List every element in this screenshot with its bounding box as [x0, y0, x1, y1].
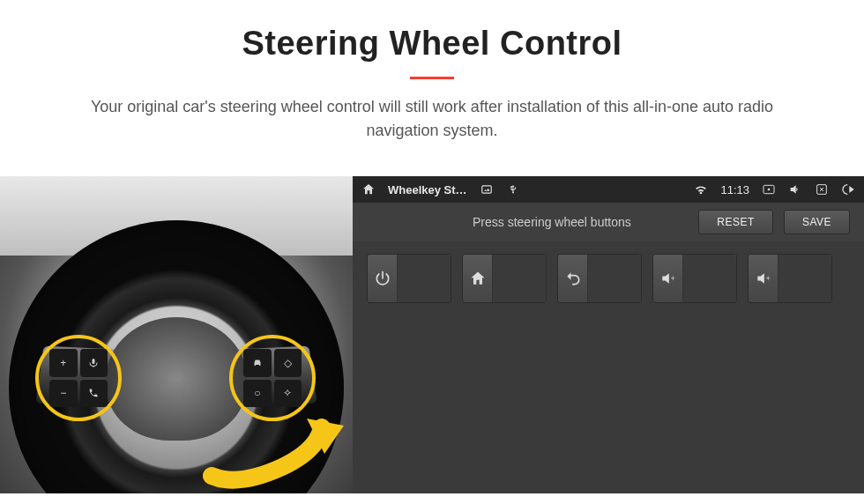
clock: 11:13	[720, 183, 749, 196]
voice-icon	[80, 349, 108, 377]
arrow-icon	[203, 419, 344, 489]
app-title: Wheelkey St…	[388, 183, 467, 196]
tile-back[interactable]	[557, 254, 642, 303]
save-button[interactable]: SAVE	[784, 210, 850, 234]
volume-up-icon: +	[749, 255, 778, 302]
volume-up-icon: +	[653, 255, 683, 302]
phone-icon	[80, 380, 108, 408]
cast-icon[interactable]	[762, 182, 776, 196]
steering-wheel-image: + − ◇ ○ ✧	[0, 176, 353, 493]
left-button-cluster-highlight: + −	[35, 335, 122, 421]
tile-home[interactable]	[462, 254, 547, 303]
title-divider	[410, 77, 454, 79]
undo-icon	[558, 255, 588, 302]
tile-volume-up-2[interactable]: +	[748, 254, 832, 303]
home-icon[interactable]	[361, 182, 376, 196]
diamond-icon: ◇	[274, 349, 302, 377]
minus-icon: −	[49, 380, 78, 408]
wifi-icon	[694, 182, 708, 196]
prompt-text: Press steering wheel buttons	[367, 215, 688, 229]
volume-icon[interactable]	[788, 182, 802, 196]
reset-button[interactable]: RESET	[698, 210, 773, 234]
power-icon	[368, 255, 398, 302]
action-bar: Press steering wheel buttons RESET SAVE	[353, 203, 864, 241]
status-bar: Wheelkey St… 11:13	[353, 176, 864, 203]
home-icon	[463, 255, 493, 302]
car-icon	[243, 349, 272, 377]
tile-volume-up-1[interactable]: +	[652, 254, 737, 303]
svg-rect-1	[481, 186, 491, 193]
svg-text:+: +	[670, 274, 674, 283]
page-title: Steering Wheel Control	[0, 25, 864, 63]
back-icon[interactable]	[841, 182, 855, 196]
plus-icon: +	[49, 349, 78, 377]
close-box-icon[interactable]	[815, 182, 829, 196]
arrows-icon: ✧	[274, 380, 302, 408]
image-indicator-icon	[480, 182, 494, 196]
head-unit-screen: Wheelkey St… 11:13	[353, 176, 864, 493]
tile-power[interactable]	[367, 254, 451, 303]
mapping-tiles: + +	[353, 241, 864, 315]
right-button-cluster-highlight: ◇ ○ ✧	[229, 335, 316, 421]
page-subtitle: Your original car's steering wheel contr…	[71, 95, 793, 143]
svg-point-3	[768, 189, 771, 191]
circle-icon: ○	[243, 380, 272, 408]
svg-text:+: +	[765, 274, 770, 283]
usb-indicator-icon	[506, 182, 520, 196]
